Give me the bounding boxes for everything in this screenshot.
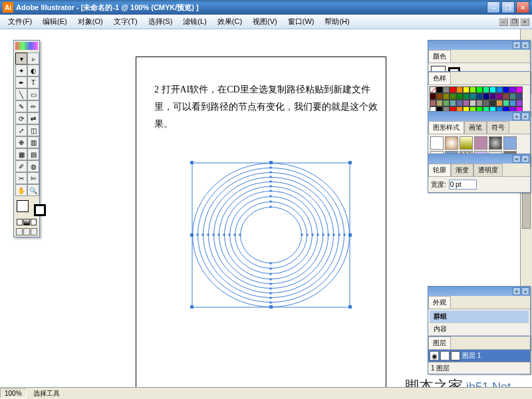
gradient-mode-chip[interactable] <box>23 219 29 225</box>
style-swatch[interactable] <box>489 136 502 150</box>
gradient-tool[interactable]: ▤ <box>27 148 39 160</box>
swatch[interactable] <box>509 100 516 106</box>
swatch[interactable] <box>483 86 489 93</box>
swatch[interactable] <box>443 93 450 100</box>
swatch[interactable] <box>483 100 489 106</box>
stroke-swatch[interactable] <box>34 204 46 216</box>
swatch[interactable] <box>516 86 523 93</box>
swatch[interactable] <box>503 86 509 93</box>
scale-tool[interactable]: ⤢ <box>15 124 27 136</box>
appearance-tab[interactable]: 外观 <box>428 296 451 309</box>
style-swatch[interactable] <box>430 136 444 150</box>
swatch[interactable] <box>503 93 509 100</box>
transparency-tab[interactable]: 透明度 <box>473 164 503 176</box>
swatch[interactable] <box>463 93 469 100</box>
doc-minimize-button[interactable]: – <box>499 18 508 26</box>
panel-close-icon[interactable]: × <box>521 287 529 295</box>
concentric-circles-art[interactable] <box>190 160 352 310</box>
layers-panel[interactable]: 图层 ◉ 图层 1 1 图层 <box>428 336 531 374</box>
menu-view[interactable]: 视图(V) <box>247 15 283 28</box>
menu-help[interactable]: 帮助(H) <box>319 15 354 28</box>
color-tab[interactable]: 颜色 <box>428 50 451 63</box>
menu-window[interactable]: 窗口(W) <box>283 15 320 28</box>
layers-tab[interactable]: 图层 <box>428 336 451 349</box>
swatches-grid[interactable] <box>428 85 530 114</box>
menu-filter[interactable]: 滤镜(L) <box>178 15 211 28</box>
stroke-tab[interactable]: 轮廓 <box>428 164 451 176</box>
gradient-tab[interactable]: 渐变 <box>451 164 473 176</box>
collapse-icon[interactable]: « <box>513 287 521 295</box>
swatch[interactable] <box>509 93 516 100</box>
swatch[interactable] <box>469 86 476 93</box>
swatch[interactable] <box>463 100 469 106</box>
swatch[interactable] <box>450 93 456 100</box>
swatch[interactable] <box>456 93 463 100</box>
swatches-panel[interactable]: 色样 <box>428 71 531 115</box>
swatch[interactable] <box>516 93 523 100</box>
swatch[interactable] <box>469 93 476 100</box>
eyedropper-tool[interactable]: ✐ <box>15 160 27 172</box>
layer-name[interactable]: 图层 1 <box>462 351 481 360</box>
graph-tool[interactable]: ▥ <box>27 136 39 148</box>
swatch[interactable] <box>476 86 483 93</box>
pencil-tool[interactable]: ✏ <box>27 100 39 112</box>
appearance-content-row[interactable]: 内容 <box>430 323 529 336</box>
swatch[interactable] <box>476 93 483 100</box>
swatch[interactable] <box>496 86 503 93</box>
brushes-tab[interactable]: 画笔 <box>464 121 487 134</box>
menu-object[interactable]: 对象(O) <box>72 15 108 28</box>
menu-edit[interactable]: 编辑(E) <box>37 15 72 28</box>
maximize-button[interactable]: ❐ <box>501 1 515 13</box>
direct-selection-tool[interactable]: ▹ <box>27 53 39 65</box>
hand-tool[interactable]: ✋ <box>15 184 27 196</box>
symbol-sprayer-tool[interactable]: ❉ <box>15 136 27 148</box>
none-mode-chip[interactable] <box>31 219 37 225</box>
collapse-icon[interactable]: « <box>513 41 521 49</box>
mesh-tool[interactable]: ▦ <box>15 148 27 160</box>
pen-tool[interactable]: ✒ <box>15 76 27 88</box>
rectangle-tool[interactable]: ▭ <box>27 88 39 100</box>
swatch[interactable] <box>436 93 443 100</box>
minimize-button[interactable]: – <box>487 1 500 13</box>
lasso-tool[interactable]: ◐ <box>27 65 39 76</box>
swatch[interactable] <box>489 100 496 106</box>
blend-tool[interactable]: ◍ <box>27 160 39 172</box>
reflect-tool[interactable]: ⇄ <box>27 112 39 124</box>
swatch[interactable] <box>430 86 436 93</box>
doc-close-button[interactable]: × <box>520 18 529 26</box>
menu-effect[interactable]: 效果(C) <box>212 15 247 28</box>
swatch[interactable] <box>489 93 496 100</box>
swatch[interactable] <box>469 100 476 106</box>
swatch[interactable] <box>436 100 443 106</box>
zoom-level[interactable]: 100% <box>0 388 27 398</box>
collapse-icon[interactable]: « <box>513 155 521 163</box>
slice-tool[interactable]: ✂ <box>15 172 27 184</box>
swatch[interactable] <box>456 86 463 93</box>
menu-select[interactable]: 选择(S) <box>143 15 178 28</box>
stroke-panel[interactable]: «× 轮廓 渐变 透明度 宽度: <box>428 154 531 193</box>
swatch[interactable] <box>496 100 503 106</box>
swatch[interactable] <box>430 100 436 106</box>
swatch[interactable] <box>503 100 509 106</box>
swatch[interactable] <box>456 100 463 106</box>
swatches-tab[interactable]: 色样 <box>428 72 451 84</box>
doc-restore-button[interactable]: ❐ <box>509 18 519 26</box>
rotate-tool[interactable]: ⟳ <box>15 112 27 124</box>
swatch[interactable] <box>476 100 483 106</box>
swatch[interactable] <box>430 93 436 100</box>
zoom-tool[interactable]: 🔍 <box>27 184 39 196</box>
paintbrush-tool[interactable]: ✎ <box>15 100 27 112</box>
line-tool[interactable]: ╲ <box>15 88 27 100</box>
type-tool[interactable]: T <box>27 76 39 88</box>
swatch[interactable] <box>509 86 516 93</box>
appearance-group-row[interactable]: 群组 <box>430 311 529 323</box>
swatch[interactable] <box>443 100 450 106</box>
swatch[interactable] <box>463 86 469 93</box>
menu-file[interactable]: 文件(F) <box>3 15 37 28</box>
swatch[interactable] <box>450 86 456 93</box>
free-transform-tool[interactable]: ◫ <box>27 124 39 136</box>
fill-stroke-swatches[interactable] <box>14 198 39 217</box>
panel-close-icon[interactable]: × <box>521 155 529 163</box>
swatch[interactable] <box>443 86 450 93</box>
magic-wand-tool[interactable]: ✦ <box>15 65 27 76</box>
